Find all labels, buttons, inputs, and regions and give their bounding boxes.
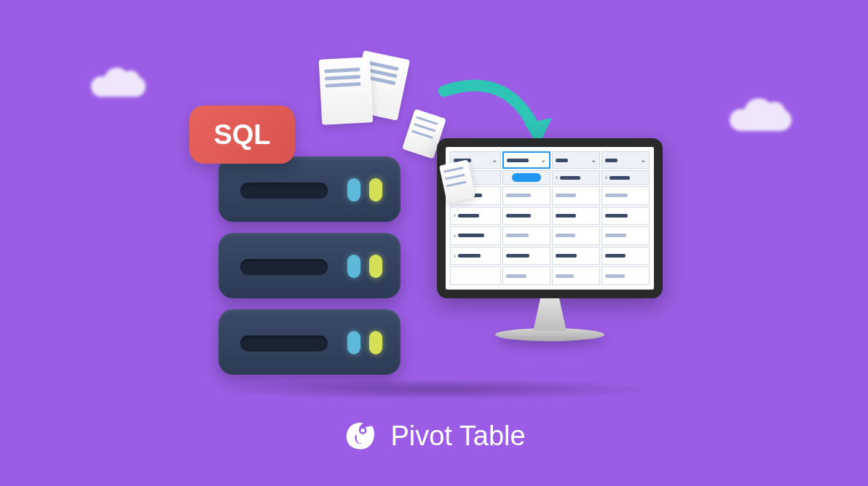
pivot-row-header[interactable] [450, 226, 501, 245]
pivot-data-cell [552, 226, 600, 245]
server-slot [240, 259, 328, 275]
document-icon [319, 57, 374, 125]
server-status-light-blue [347, 331, 360, 354]
sql-badge-label: SQL [213, 119, 270, 151]
pivot-data-cell [552, 266, 600, 285]
pivot-data-cell [601, 226, 650, 245]
server-slot [240, 183, 328, 199]
pivot-table [450, 151, 650, 285]
cloud-icon [730, 109, 792, 131]
pivot-row-header[interactable] [450, 207, 501, 226]
pivot-data-cell [502, 247, 551, 266]
pivot-data-cell [601, 266, 650, 285]
svg-point-0 [361, 429, 365, 432]
blazor-logo-icon [342, 418, 377, 453]
pivot-data-cell [502, 186, 551, 205]
pivot-row-header[interactable] [450, 247, 501, 266]
server-slot [240, 335, 328, 351]
pivot-data-cell [502, 226, 551, 245]
monitor-screen [437, 138, 663, 298]
pivot-data-cell [502, 207, 551, 226]
server-unit [218, 309, 401, 375]
pivot-column-field-dropdown[interactable] [502, 151, 551, 169]
pivot-value-field-dropdown[interactable] [601, 151, 650, 169]
server-unit [218, 233, 401, 298]
server-status-light-yellow [369, 255, 382, 278]
footer-title: Pivot Table [390, 421, 525, 452]
pivot-data-cell [601, 247, 650, 266]
monitor [437, 138, 663, 341]
pivot-data-cell [601, 207, 650, 226]
pivot-value-field-dropdown[interactable] [552, 151, 600, 169]
pivot-column-header[interactable] [601, 170, 650, 185]
monitor-stand [526, 298, 574, 331]
footer: Pivot Table [342, 418, 525, 453]
pivot-data-cell [552, 207, 600, 226]
pivot-data-cell [552, 247, 600, 266]
pivot-row-header [450, 266, 501, 285]
server-unit [218, 156, 401, 222]
pivot-column-header[interactable] [552, 170, 600, 185]
selected-chip [512, 173, 540, 182]
pivot-column-header [502, 170, 551, 185]
sql-badge: SQL [189, 105, 295, 164]
database-server-stack [218, 156, 401, 386]
server-status-light-blue [347, 255, 360, 278]
pivot-data-cell [502, 266, 551, 285]
pivot-data-cell [552, 186, 600, 205]
server-status-light-yellow [369, 331, 382, 354]
server-status-light-yellow [369, 178, 382, 202]
server-status-light-blue [347, 178, 360, 202]
cloud-icon [91, 76, 146, 97]
pivot-data-cell [601, 186, 650, 205]
